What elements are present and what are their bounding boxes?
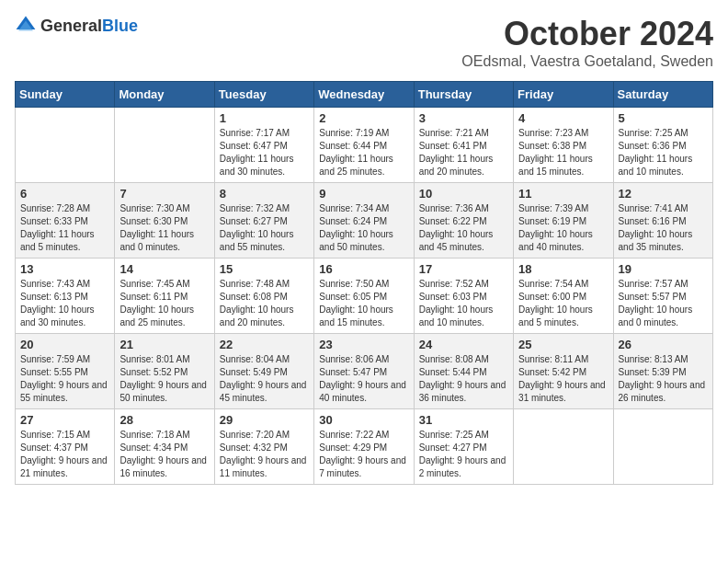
weekday-header: Friday <box>514 82 613 108</box>
day-detail: Sunrise: 7:30 AM Sunset: 6:30 PM Dayligh… <box>119 202 209 254</box>
weekday-header: Saturday <box>613 82 712 108</box>
day-detail: Sunrise: 7:23 AM Sunset: 6:38 PM Dayligh… <box>518 127 608 178</box>
day-number: 19 <box>619 262 708 276</box>
day-detail: Sunrise: 7:32 AM Sunset: 6:27 PM Dayligh… <box>220 202 309 254</box>
calendar-week-row: 1Sunrise: 7:17 AM Sunset: 6:47 PM Daylig… <box>16 108 713 183</box>
day-detail: Sunrise: 7:22 AM Sunset: 4:29 PM Dayligh… <box>319 429 408 480</box>
calendar-cell: 16Sunrise: 7:50 AM Sunset: 6:05 PM Dayli… <box>314 259 414 334</box>
calendar-cell: 7Sunrise: 7:30 AM Sunset: 6:30 PM Daylig… <box>115 183 214 259</box>
calendar-week-row: 6Sunrise: 7:28 AM Sunset: 6:33 PM Daylig… <box>16 183 713 259</box>
day-detail: Sunrise: 7:36 AM Sunset: 6:22 PM Dayligh… <box>419 202 508 254</box>
calendar-cell <box>514 409 613 485</box>
day-detail: Sunrise: 7:28 AM Sunset: 6:33 PM Dayligh… <box>20 202 109 254</box>
calendar-cell: 31Sunrise: 7:25 AM Sunset: 4:27 PM Dayli… <box>414 409 513 485</box>
day-number: 9 <box>319 187 408 201</box>
day-detail: Sunrise: 7:48 AM Sunset: 6:08 PM Dayligh… <box>220 278 309 329</box>
calendar-cell: 3Sunrise: 7:21 AM Sunset: 6:41 PM Daylig… <box>414 108 513 183</box>
day-number: 1 <box>220 111 309 125</box>
day-detail: Sunrise: 8:13 AM Sunset: 5:39 PM Dayligh… <box>619 353 708 405</box>
day-detail: Sunrise: 7:21 AM Sunset: 6:41 PM Dayligh… <box>419 127 508 178</box>
day-detail: Sunrise: 8:01 AM Sunset: 5:52 PM Dayligh… <box>119 353 209 405</box>
weekday-header: Thursday <box>414 82 513 108</box>
day-detail: Sunrise: 8:11 AM Sunset: 5:42 PM Dayligh… <box>518 353 608 405</box>
day-number: 22 <box>220 338 309 351</box>
calendar-week-row: 20Sunrise: 7:59 AM Sunset: 5:55 PM Dayli… <box>16 334 713 409</box>
calendar-week-row: 27Sunrise: 7:15 AM Sunset: 4:37 PM Dayli… <box>16 409 713 485</box>
day-detail: Sunrise: 7:43 AM Sunset: 6:13 PM Dayligh… <box>20 278 109 329</box>
logo-icon <box>15 15 37 37</box>
calendar-table: SundayMondayTuesdayWednesdayThursdayFrid… <box>15 81 713 485</box>
calendar-cell: 18Sunrise: 7:54 AM Sunset: 6:00 PM Dayli… <box>514 259 613 334</box>
calendar-cell: 9Sunrise: 7:34 AM Sunset: 6:24 PM Daylig… <box>314 183 414 259</box>
logo-text: GeneralBlue <box>40 17 138 36</box>
calendar-cell <box>16 108 115 183</box>
calendar-cell: 30Sunrise: 7:22 AM Sunset: 4:29 PM Dayli… <box>314 409 414 485</box>
day-detail: Sunrise: 7:19 AM Sunset: 6:44 PM Dayligh… <box>319 127 408 178</box>
day-detail: Sunrise: 7:17 AM Sunset: 6:47 PM Dayligh… <box>220 127 309 178</box>
day-number: 23 <box>319 338 408 351</box>
logo: GeneralBlue <box>15 15 138 37</box>
day-detail: Sunrise: 7:59 AM Sunset: 5:55 PM Dayligh… <box>20 353 109 405</box>
day-number: 28 <box>119 413 209 427</box>
calendar-cell: 21Sunrise: 8:01 AM Sunset: 5:52 PM Dayli… <box>115 334 214 409</box>
weekday-header: Monday <box>115 82 214 108</box>
calendar-cell: 26Sunrise: 8:13 AM Sunset: 5:39 PM Dayli… <box>613 334 712 409</box>
calendar-cell: 10Sunrise: 7:36 AM Sunset: 6:22 PM Dayli… <box>414 183 513 259</box>
day-number: 4 <box>518 111 608 125</box>
calendar-cell: 20Sunrise: 7:59 AM Sunset: 5:55 PM Dayli… <box>16 334 115 409</box>
day-detail: Sunrise: 7:20 AM Sunset: 4:32 PM Dayligh… <box>220 429 309 480</box>
calendar-cell <box>115 108 214 183</box>
day-detail: Sunrise: 7:54 AM Sunset: 6:00 PM Dayligh… <box>518 278 608 329</box>
calendar-cell: 8Sunrise: 7:32 AM Sunset: 6:27 PM Daylig… <box>214 183 313 259</box>
day-number: 25 <box>518 338 608 351</box>
day-number: 17 <box>419 262 508 276</box>
day-number: 21 <box>119 338 209 351</box>
weekday-header: Tuesday <box>214 82 313 108</box>
day-detail: Sunrise: 7:18 AM Sunset: 4:34 PM Dayligh… <box>119 429 209 480</box>
calendar-cell: 11Sunrise: 7:39 AM Sunset: 6:19 PM Dayli… <box>514 183 613 259</box>
day-number: 14 <box>119 262 209 276</box>
day-number: 20 <box>20 338 109 351</box>
day-number: 29 <box>220 413 309 427</box>
calendar-cell <box>613 409 712 485</box>
day-number: 6 <box>20 187 109 201</box>
day-number: 11 <box>518 187 608 201</box>
calendar-cell: 14Sunrise: 7:45 AM Sunset: 6:11 PM Dayli… <box>115 259 214 334</box>
day-detail: Sunrise: 7:25 AM Sunset: 4:27 PM Dayligh… <box>419 429 508 480</box>
calendar-cell: 15Sunrise: 7:48 AM Sunset: 6:08 PM Dayli… <box>214 259 313 334</box>
weekday-header: Wednesday <box>314 82 414 108</box>
day-detail: Sunrise: 7:41 AM Sunset: 6:16 PM Dayligh… <box>619 202 708 254</box>
day-detail: Sunrise: 7:34 AM Sunset: 6:24 PM Dayligh… <box>319 202 408 254</box>
calendar-week-row: 13Sunrise: 7:43 AM Sunset: 6:13 PM Dayli… <box>16 259 713 334</box>
calendar-cell: 23Sunrise: 8:06 AM Sunset: 5:47 PM Dayli… <box>314 334 414 409</box>
day-number: 2 <box>319 111 408 125</box>
calendar-cell: 5Sunrise: 7:25 AM Sunset: 6:36 PM Daylig… <box>613 108 712 183</box>
weekday-header-row: SundayMondayTuesdayWednesdayThursdayFrid… <box>16 82 713 108</box>
day-detail: Sunrise: 7:15 AM Sunset: 4:37 PM Dayligh… <box>20 429 109 480</box>
calendar-cell: 4Sunrise: 7:23 AM Sunset: 6:38 PM Daylig… <box>514 108 613 183</box>
day-detail: Sunrise: 7:39 AM Sunset: 6:19 PM Dayligh… <box>518 202 608 254</box>
weekday-header: Sunday <box>16 82 115 108</box>
month-title: October 2024 <box>461 15 713 53</box>
day-number: 7 <box>119 187 209 201</box>
day-detail: Sunrise: 7:52 AM Sunset: 6:03 PM Dayligh… <box>419 278 508 329</box>
day-number: 8 <box>220 187 309 201</box>
calendar-cell: 27Sunrise: 7:15 AM Sunset: 4:37 PM Dayli… <box>16 409 115 485</box>
day-number: 18 <box>518 262 608 276</box>
day-detail: Sunrise: 8:06 AM Sunset: 5:47 PM Dayligh… <box>319 353 408 405</box>
day-number: 13 <box>20 262 109 276</box>
calendar-cell: 12Sunrise: 7:41 AM Sunset: 6:16 PM Dayli… <box>613 183 712 259</box>
day-detail: Sunrise: 8:08 AM Sunset: 5:44 PM Dayligh… <box>419 353 508 405</box>
calendar-cell: 6Sunrise: 7:28 AM Sunset: 6:33 PM Daylig… <box>16 183 115 259</box>
day-detail: Sunrise: 7:50 AM Sunset: 6:05 PM Dayligh… <box>319 278 408 329</box>
day-number: 30 <box>319 413 408 427</box>
page-header: GeneralBlue October 2024 OEdsmal, Vaestr… <box>15 15 713 70</box>
day-detail: Sunrise: 7:25 AM Sunset: 6:36 PM Dayligh… <box>619 127 708 178</box>
calendar-cell: 2Sunrise: 7:19 AM Sunset: 6:44 PM Daylig… <box>314 108 414 183</box>
day-number: 12 <box>619 187 708 201</box>
day-number: 3 <box>419 111 508 125</box>
day-number: 27 <box>20 413 109 427</box>
day-number: 31 <box>419 413 508 427</box>
day-detail: Sunrise: 8:04 AM Sunset: 5:49 PM Dayligh… <box>220 353 309 405</box>
title-block: October 2024 OEdsmal, Vaestra Goetaland,… <box>461 15 713 70</box>
